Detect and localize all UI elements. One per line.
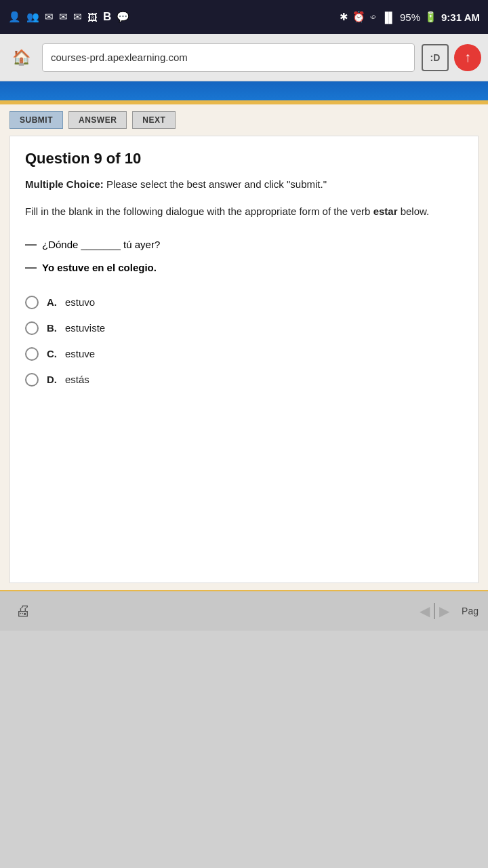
status-icons-right: ✱ ⏰ ꩜ ▐▌ 95% 🔋 9:31 AM [340,11,480,23]
choice-a-label: A. [47,296,57,308]
submit-button[interactable]: SUBMIT [9,111,63,129]
dialogue-line-1: — ¿Dónde _______ tú ayer? [25,233,463,256]
question-text-after: below. [398,205,430,217]
nav-arrows: ◀ ▶ [420,603,449,619]
email-icon: ✉ [45,11,54,23]
battery-percent: 95% [400,12,420,23]
dialogue-text-2: Yo estuve en el colegio. [42,258,157,278]
question-text-before: Fill in the blank in the following dialo… [25,205,373,217]
radio-d[interactable] [25,373,39,387]
browser-actions: :D ↑ [422,44,481,71]
email3-icon: ✉ [73,11,82,23]
status-bar: 👤 👥 ✉ ✉ ✉ 🖼 B 💬 ✱ ⏰ ꩜ ▐▌ 95% 🔋 9:31 AM [0,0,488,34]
choice-b-label: B. [47,322,57,334]
radio-b[interactable] [25,321,39,335]
messenger-icon: 💬 [117,11,129,23]
choice-a-text: estuvo [65,296,95,308]
accent-bar [0,81,488,100]
email2-icon: ✉ [59,11,68,23]
person-add-icon: 👤 [8,11,21,23]
choice-d-text: estás [65,374,89,385]
content-area: SUBMIT ANSWER NEXT Question 9 of 10 Mult… [0,100,488,631]
image-icon: 🖼 [87,12,98,23]
prev-arrow[interactable]: ◀ [420,603,430,619]
dialogue-line-2: — Yo estuve en el colegio. [25,256,463,279]
upload-icon: ↑ [464,50,471,65]
url-bar[interactable]: courses-prd.apexlearning.com [42,43,415,72]
quiz-toolbar: SUBMIT ANSWER NEXT [0,104,488,136]
choices-list: A. estuvo B. estuviste C. estuve D. está… [25,296,463,387]
data-icon: ꩜ [369,12,378,22]
choice-c-label: C. [47,348,57,359]
dash-1: — [25,233,37,256]
battery-icon: 🔋 [424,11,437,23]
bottom-bar: 🖨 ◀ ▶ Pag [0,590,488,631]
upload-button[interactable]: ↑ [454,44,481,71]
choice-b-text: estuviste [65,322,105,334]
choice-a[interactable]: A. estuvo [25,296,463,309]
choice-c[interactable]: C. estuve [25,347,463,361]
next-arrow[interactable]: ▶ [439,603,449,619]
question-type-label: Multiple Choice: [25,178,104,190]
choice-b[interactable]: B. estuviste [25,321,463,335]
url-text: courses-prd.apexlearning.com [51,52,188,63]
radio-c[interactable] [25,347,39,361]
b-app-icon: B [103,10,111,24]
nav-separator [434,603,435,619]
question-type-desc: Please select the best answer and click … [104,178,327,190]
dash-2: — [25,256,37,279]
question-header: Question 9 of 10 [25,150,463,167]
print-icon: 🖨 [16,602,30,620]
next-button[interactable]: NEXT [132,111,176,129]
question-type-text: Multiple Choice: Please select the best … [25,177,463,193]
dialogue-text-1: ¿Dónde _______ tú ayer? [42,235,160,255]
status-icons-left: 👤 👥 ✉ ✉ ✉ 🖼 B 💬 [8,10,129,24]
time-display: 9:31 AM [441,12,480,23]
bluetooth-icon: ✱ [340,11,348,23]
question-body: Fill in the blank in the following dialo… [25,203,463,220]
choice-d[interactable]: D. estás [25,373,463,387]
person-add2-icon: 👥 [26,11,39,23]
tab-button[interactable]: :D [422,44,449,71]
alarm-icon: ⏰ [352,11,365,23]
choice-c-text: estuve [65,348,95,359]
answer-button[interactable]: ANSWER [68,111,127,129]
gray-area [0,631,488,807]
radio-a[interactable] [25,296,39,309]
home-button[interactable]: 🏠 [7,43,35,72]
quiz-card: Question 9 of 10 Multiple Choice: Please… [9,136,479,583]
tab-label: :D [430,52,441,63]
verb-bold: estar [373,205,398,217]
page-label: Pag [462,606,479,616]
print-button[interactable]: 🖨 [9,597,37,625]
signal-icon: ▐▌ [382,12,396,23]
choice-d-label: D. [47,374,57,385]
dialogue-block: — ¿Dónde _______ tú ayer? — Yo estuve en… [25,233,463,279]
browser-bar: 🏠 courses-prd.apexlearning.com :D ↑ [0,34,488,81]
